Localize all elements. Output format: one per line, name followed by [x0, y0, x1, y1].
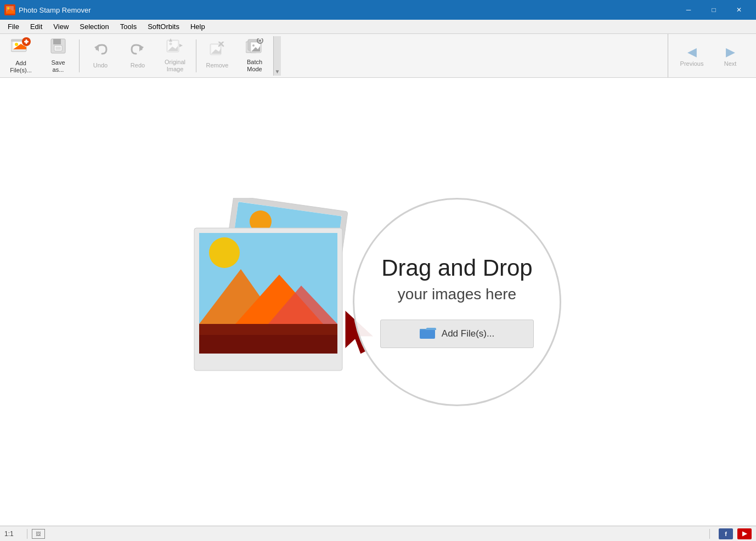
- undo-label: Undo: [93, 62, 108, 69]
- menu-edit[interactable]: Edit: [25, 21, 48, 32]
- add-files-drop-button[interactable]: Add File(s)...: [380, 320, 534, 348]
- svg-point-36: [259, 39, 261, 42]
- menu-help[interactable]: Help: [185, 21, 211, 32]
- svg-marker-22: [179, 44, 183, 47]
- original-image-label: OriginalImage: [165, 59, 185, 73]
- status-image-icon: 🖼: [32, 529, 45, 539]
- folder-icon: [420, 326, 436, 342]
- minimize-button[interactable]: ─: [676, 0, 701, 20]
- facebook-icon[interactable]: f: [719, 528, 733, 539]
- batch-mode-label: BatchMode: [247, 59, 262, 73]
- title-bar: Photo Stamp Remover ─ □ ✕: [0, 0, 756, 20]
- menu-view[interactable]: View: [48, 21, 74, 32]
- redo-button: Redo: [119, 36, 156, 76]
- status-bar: 1:1 🖼 f ▶: [0, 526, 756, 541]
- status-separator-1: [27, 529, 27, 539]
- add-files-icon: [11, 37, 31, 59]
- previous-label: Previous: [680, 60, 704, 67]
- status-right-area: f ▶: [705, 528, 752, 539]
- photo-front: [191, 225, 345, 381]
- status-separator-2: [709, 529, 710, 539]
- youtube-icon[interactable]: ▶: [737, 528, 752, 539]
- menu-bar: File Edit View Selection Tools SoftOrbit…: [0, 20, 756, 34]
- menu-softorbits[interactable]: SoftOrbits: [142, 21, 185, 32]
- maximize-button[interactable]: □: [701, 0, 726, 20]
- toolbar-main-section: AddFile(s)... Saveas...: [2, 34, 273, 77]
- remove-button: Remove: [199, 36, 236, 76]
- app-icon: [4, 4, 15, 15]
- svg-marker-16: [94, 45, 99, 52]
- svg-point-3: [7, 7, 9, 9]
- undo-button: Undo: [82, 36, 119, 76]
- add-files-label: AddFile(s)...: [10, 60, 32, 74]
- svg-point-34: [252, 44, 255, 47]
- app-title: Photo Stamp Remover: [19, 6, 676, 14]
- svg-rect-53: [199, 335, 337, 354]
- original-image-button: OriginalImage: [156, 36, 194, 76]
- previous-icon: ◀: [687, 45, 697, 59]
- main-content: Drag and Drop your images here Add File(…: [0, 78, 756, 526]
- toolbar-scroll[interactable]: [273, 36, 281, 76]
- toolbar-sep-2: [196, 39, 196, 72]
- save-as-label: Saveas...: [51, 59, 65, 73]
- svg-rect-11: [26, 39, 27, 44]
- next-label: Next: [724, 60, 737, 67]
- svg-point-21: [170, 42, 172, 45]
- next-icon: ▶: [726, 45, 735, 59]
- svg-rect-13: [53, 39, 61, 44]
- window-controls: ─ □ ✕: [676, 0, 752, 20]
- drop-zone-circle: Drag and Drop your images here Add File(…: [353, 198, 561, 406]
- menu-selection[interactable]: Selection: [74, 21, 114, 32]
- svg-point-51: [209, 237, 240, 268]
- svg-rect-15: [55, 47, 61, 50]
- previous-button[interactable]: ◀ Previous: [673, 36, 711, 76]
- drag-drop-text: Drag and Drop: [381, 255, 532, 281]
- next-button[interactable]: ▶ Next: [711, 36, 749, 76]
- remove-icon: [209, 42, 225, 61]
- batch-mode-button[interactable]: BatchMode: [236, 36, 273, 76]
- add-files-button[interactable]: AddFile(s)...: [2, 36, 40, 76]
- redo-label: Redo: [131, 62, 145, 69]
- svg-rect-57: [420, 330, 435, 338]
- save-as-icon: [50, 38, 66, 58]
- toolbar: AddFile(s)... Saveas...: [0, 34, 756, 78]
- drop-zone-area[interactable]: Drag and Drop your images here Add File(…: [186, 187, 603, 417]
- remove-label: Remove: [206, 62, 229, 69]
- zoom-level: 1:1: [4, 530, 14, 538]
- original-image-icon: [166, 38, 184, 58]
- menu-file[interactable]: File: [2, 21, 25, 32]
- redo-icon: [129, 42, 146, 61]
- svg-point-8: [15, 43, 18, 46]
- close-button[interactable]: ✕: [726, 0, 752, 20]
- drag-drop-subtext: your images here: [398, 286, 516, 303]
- menu-tools[interactable]: Tools: [115, 21, 142, 32]
- toolbar-sep-1: [79, 39, 80, 72]
- undo-icon: [92, 42, 109, 61]
- add-files-drop-label: Add File(s)...: [442, 328, 494, 339]
- save-as-button[interactable]: Saveas...: [40, 36, 77, 76]
- svg-marker-17: [139, 45, 144, 52]
- nav-area: ◀ Previous ▶ Next: [668, 34, 754, 77]
- batch-mode-icon: [246, 38, 263, 58]
